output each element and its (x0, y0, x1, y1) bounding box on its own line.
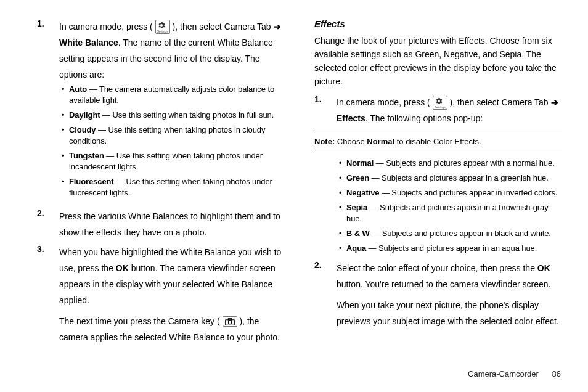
text: . The following options pop-up: (365, 113, 483, 123)
text-bold: Effects (337, 113, 365, 123)
arrow-icon: ➔ (551, 97, 558, 107)
text: ), then select Camera Tab (173, 22, 274, 31)
step-number: 2. (314, 260, 337, 329)
note-label: Note: (314, 137, 335, 146)
icon-caption: Settings (157, 30, 168, 33)
settings-icon: Settings (155, 20, 170, 34)
step-number: 1. (314, 94, 337, 126)
footer-section: Camera-Camcorder (468, 369, 539, 378)
text: Choose (335, 137, 367, 146)
note-box: Note: Choose Normal to disable Color Eff… (314, 133, 562, 150)
step-body: In camera mode, press ( Settings ), then… (59, 18, 284, 205)
step-body: Press the various White Balances to high… (59, 208, 284, 240)
text: In camera mode, press ( (59, 22, 153, 31)
svg-rect-1 (228, 318, 231, 320)
camera-icon (223, 316, 237, 327)
effects-heading: Effects (314, 18, 562, 29)
step-body: Select the color effect of your choice, … (337, 260, 562, 329)
step-number: 3. (37, 244, 59, 345)
step-number: 1. (37, 18, 59, 205)
wb-options-list: •Auto — The camera automatically adjusts… (59, 84, 284, 198)
text-bold: Normal (367, 137, 394, 146)
step-2: 2. Press the various White Balances to h… (37, 208, 284, 240)
ok-label: OK (537, 263, 550, 273)
effects-intro: Change the look of your pictures with Ef… (314, 34, 562, 88)
list-item: •B & W — Subjects and pictures appear in… (339, 228, 562, 239)
step-3-extra: The next time you press the Camera key (… (59, 313, 284, 345)
arrow-icon: ➔ (274, 22, 281, 31)
list-item: •Daylight — Use this setting when taking… (62, 110, 284, 121)
list-item: •Aqua — Subjects and pictures appear in … (339, 243, 562, 254)
text: to disable Color Effects. (394, 137, 481, 146)
icon-caption: Settings (435, 106, 446, 109)
fx-step-2-extra: When you take your next picture, the pho… (337, 297, 562, 329)
text: button. You're returned to the camera vi… (337, 279, 550, 289)
step-3: 3. When you have highlighted the White B… (37, 244, 284, 345)
right-column: Effects Change the look of your pictures… (314, 18, 562, 349)
list-item: •Sepia — Subjects and pictures appear in… (339, 202, 562, 224)
list-item: •Negative — Subjects and pictures appear… (339, 187, 562, 198)
list-item: •Green — Subjects and pictures appear in… (339, 173, 562, 184)
step-number: 2. (37, 208, 59, 240)
svg-point-2 (228, 321, 231, 324)
ok-label: OK (116, 263, 129, 273)
left-column: 1. In camera mode, press ( Settings ), t… (37, 18, 284, 349)
list-item: •Auto — The camera automatically adjusts… (62, 84, 284, 106)
fx-step-2: 2. Select the color effect of your choic… (314, 260, 562, 329)
list-item: •Normal — Subjects and pictures appear w… (339, 158, 562, 169)
page-footer: Camera-Camcorder 86 (468, 369, 561, 378)
list-item: •Fluorescent — Use this setting when tak… (62, 176, 284, 198)
text: The next time you press the Camera key ( (59, 316, 220, 326)
text: ), then select Camera Tab (450, 97, 551, 107)
step-body: In camera mode, press ( Settings ), then… (337, 94, 562, 126)
fx-step-1: 1. In camera mode, press ( Settings ), t… (314, 94, 562, 126)
step-1: 1. In camera mode, press ( Settings ), t… (37, 18, 284, 205)
fx-options-list: •Normal — Subjects and pictures appear w… (337, 158, 562, 254)
text: In camera mode, press ( (337, 97, 430, 107)
text: Select the color effect of your choice, … (337, 263, 537, 273)
step-body: When you have highlighted the White Bala… (59, 244, 284, 345)
manual-page: 1. In camera mode, press ( Settings ), t… (0, 0, 588, 392)
text-bold: White Balance (59, 38, 118, 47)
list-item: •Cloudy — Use this setting when taking p… (62, 125, 284, 147)
page-number: 86 (552, 369, 561, 378)
list-item: •Tungsten — Use this setting when taking… (62, 150, 284, 173)
settings-icon: Settings (433, 96, 447, 110)
